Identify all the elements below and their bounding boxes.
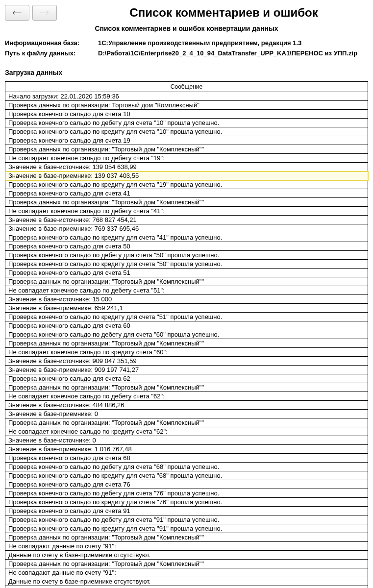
message-cell: Проверка конечного сальдо для счета 91 <box>5 507 368 515</box>
message-cell: Данные по счету в базе-приемнике отсутст… <box>5 551 368 560</box>
message-cell: Не совпадает конечное сальдо по кредиту … <box>5 427 368 436</box>
toolbar: 🡐 🡒 Список комментариев и ошибок <box>5 5 368 21</box>
table-row[interactable]: Значение в базе-источнике: 139 054 638,9… <box>5 163 368 172</box>
message-cell: Проверка данных по организации: "Торговы… <box>5 339 368 348</box>
table-row[interactable]: Проверка конечного сальдо по кредиту для… <box>5 127 368 136</box>
table-row[interactable]: Проверка конечного сальдо по кредиту для… <box>5 471 368 480</box>
message-cell: Значение в базе-источнике: 484 886,26 <box>5 401 368 410</box>
message-cell: Проверка конечного сальдо по кредиту для… <box>5 233 368 242</box>
message-cell: Не совпадает конечное сальдо по дебету с… <box>5 207 368 216</box>
table-row[interactable]: Значение в базе-приемнике: 139 037 403,5… <box>5 172 368 180</box>
table-row[interactable]: Проверка конечного сальдо по дебету для … <box>5 119 368 127</box>
table-row[interactable]: Не совпадает конечное сальдо по дебету с… <box>5 207 368 216</box>
message-cell: Значение в базе-приемнике: 0 <box>5 410 368 418</box>
message-cell: Проверка данных по организации: "Торговы… <box>5 198 368 207</box>
message-cell: Не совпадает конечное сальдо по дебету с… <box>5 154 368 163</box>
table-row[interactable]: Проверка конечного сальдо по кредиту для… <box>5 524 368 533</box>
message-cell: Значение в базе-источнике: 768 827 454,2… <box>5 216 368 224</box>
table-row[interactable]: Проверка конечного сальдо для счета 76 <box>5 480 368 489</box>
table-row[interactable]: Значение в базе-источнике: 768 827 454,2… <box>5 216 368 224</box>
messages-column-header: Сообщение <box>5 82 368 92</box>
table-row[interactable]: Проверка данных по организации: Торговый… <box>5 101 368 110</box>
table-row[interactable]: Проверка конечного сальдо для счета 41 <box>5 189 368 198</box>
table-row[interactable]: Проверка данных по организации: "Торговы… <box>5 198 368 207</box>
info-path-label: Путь к файлу данных: <box>5 49 98 57</box>
table-row[interactable]: Не совпадает конечное сальдо по кредиту … <box>5 348 368 357</box>
table-row[interactable]: Проверка конечного сальдо для счета 50 <box>5 242 368 251</box>
table-row[interactable]: Проверка конечного сальдо по дебету для … <box>5 251 368 260</box>
table-row[interactable]: Не совпадают данные по счету "91": <box>5 542 368 551</box>
table-row[interactable]: Проверка данных по организации: "Торговы… <box>5 277 368 286</box>
table-row[interactable]: Данные по счету в базе-приемнике отсутст… <box>5 551 368 560</box>
message-cell: Данные по счету в базе-приемнике отсутст… <box>5 577 368 586</box>
table-row[interactable]: Не совпадает конечное сальдо по дебету с… <box>5 286 368 295</box>
info-base-label: Информационная база: <box>5 39 98 47</box>
table-row[interactable]: Проверка конечного сальдо для счета 68 <box>5 454 368 463</box>
info-base-row: Информационная база: 1С:Управление произ… <box>5 39 368 47</box>
table-row[interactable]: Проверка данных по организации: "Торговы… <box>5 418 368 427</box>
table-row[interactable]: Значение в базе-приемнике: 1 016 767,48 <box>5 445 368 454</box>
table-row[interactable]: Проверка данных по организации: "Торговы… <box>5 339 368 348</box>
table-row[interactable]: Значение в базе-приемнике: 769 337 695,4… <box>5 224 368 233</box>
table-row[interactable]: Значение в базе-приемнике: 909 197 741,2… <box>5 366 368 374</box>
message-cell: Проверка конечного сальдо для счета 76 <box>5 480 368 489</box>
message-cell: Значение в базе-приемнике: 1 016 767,48 <box>5 445 368 454</box>
message-cell: Проверка конечного сальдо для счета 68 <box>5 454 368 463</box>
table-row[interactable]: Начало загрузки: 22.01.2020 15:59:36 <box>5 92 368 101</box>
table-row[interactable]: Значение в базе-источнике: 15 000 <box>5 295 368 304</box>
table-row[interactable]: Значение в базе-источнике: 909 047 351,5… <box>5 357 368 366</box>
table-row[interactable]: Проверка конечного сальдо для счета 60 <box>5 321 368 330</box>
table-row[interactable]: Проверка конечного сальдо по кредиту для… <box>5 233 368 242</box>
message-cell: Проверка конечного сальдо по кредиту для… <box>5 498 368 507</box>
table-row[interactable]: Проверка конечного сальдо по дебету для … <box>5 489 368 498</box>
table-row[interactable]: Проверка конечного сальдо для счета 51 <box>5 269 368 277</box>
table-row[interactable]: Не совпадают данные по счету "91": <box>5 586 368 588</box>
back-button[interactable]: 🡐 <box>5 5 29 21</box>
forward-button[interactable]: 🡒 <box>32 5 57 21</box>
table-row[interactable]: Значение в базе-приемнике: 659 241,1 <box>5 304 368 313</box>
message-cell: Проверка конечного сальдо для счета 50 <box>5 242 368 251</box>
message-cell: Начало загрузки: 22.01.2020 15:59:36 <box>5 92 368 101</box>
table-row[interactable]: Проверка конечного сальдо по дебету для … <box>5 330 368 339</box>
message-cell: Проверка конечного сальдо для счета 60 <box>5 321 368 330</box>
page-title: Список комментариев и ошибок <box>79 6 368 20</box>
message-cell: Проверка данных по организации: Торговый… <box>5 101 368 110</box>
table-row[interactable]: Данные по счету в базе-приемнике отсутст… <box>5 577 368 586</box>
table-row[interactable]: Проверка данных по организации: "Торговы… <box>5 533 368 542</box>
message-cell: Не совпадает конечное сальдо по кредиту … <box>5 348 368 357</box>
message-cell: Проверка данных по организации: "Торговы… <box>5 383 368 392</box>
message-cell: Проверка данных по организации: "Торговы… <box>5 418 368 427</box>
table-row[interactable]: Проверка конечного сальдо для счета 62 <box>5 374 368 383</box>
table-row[interactable]: Не совпадает конечное сальдо по кредиту … <box>5 427 368 436</box>
message-cell: Проверка конечного сальдо по кредиту для… <box>5 471 368 480</box>
arrow-right-icon: 🡒 <box>40 7 50 19</box>
table-row[interactable]: Проверка конечного сальдо для счета 19 <box>5 136 368 145</box>
info-path-row: Путь к файлу данных: D:\Работа\1С\Enterp… <box>5 49 368 57</box>
table-row[interactable]: Значение в базе-источнике: 484 886,26 <box>5 401 368 410</box>
table-row[interactable]: Не совпадает конечное сальдо по дебету с… <box>5 392 368 401</box>
table-row[interactable]: Проверка конечного сальдо по кредиту для… <box>5 313 368 321</box>
table-row[interactable]: Проверка конечного сальдо по дебету для … <box>5 515 368 524</box>
message-cell: Значение в базе-приемнике: 909 197 741,2… <box>5 366 368 374</box>
message-cell: Значение в базе-источнике: 15 000 <box>5 295 368 304</box>
section-header: Загрузка данных <box>5 69 368 76</box>
message-cell: Не совпадает конечное сальдо по дебету с… <box>5 392 368 401</box>
message-cell: Значение в базе-приемнике: 769 337 695,4… <box>5 224 368 233</box>
table-row[interactable]: Проверка конечного сальдо по кредиту для… <box>5 260 368 269</box>
message-cell: Проверка конечного сальдо по дебету для … <box>5 515 368 524</box>
table-row[interactable]: Проверка данных по организации: "Торговы… <box>5 560 368 568</box>
table-row[interactable]: Проверка конечного сальдо по дебету для … <box>5 463 368 471</box>
message-cell: Проверка конечного сальдо по кредиту для… <box>5 180 368 189</box>
table-row[interactable]: Проверка конечного сальдо для счета 10 <box>5 110 368 119</box>
table-row[interactable]: Значение в базе-приемнике: 0 <box>5 410 368 418</box>
table-row[interactable]: Значение в базе-источнике: 0 <box>5 436 368 445</box>
table-row[interactable]: Не совпадают данные по счету "91": <box>5 568 368 577</box>
table-row[interactable]: Проверка конечного сальдо по кредиту для… <box>5 180 368 189</box>
table-row[interactable]: Проверка конечного сальдо для счета 91 <box>5 507 368 515</box>
table-row[interactable]: Проверка конечного сальдо по кредиту для… <box>5 498 368 507</box>
table-row[interactable]: Не совпадает конечное сальдо по дебету с… <box>5 154 368 163</box>
message-cell: Проверка данных по организации: "Торговы… <box>5 277 368 286</box>
table-row[interactable]: Проверка данных по организации: "Торговы… <box>5 383 368 392</box>
table-row[interactable]: Проверка данных по организации: "Торговы… <box>5 145 368 154</box>
arrow-left-icon: 🡐 <box>12 7 22 19</box>
